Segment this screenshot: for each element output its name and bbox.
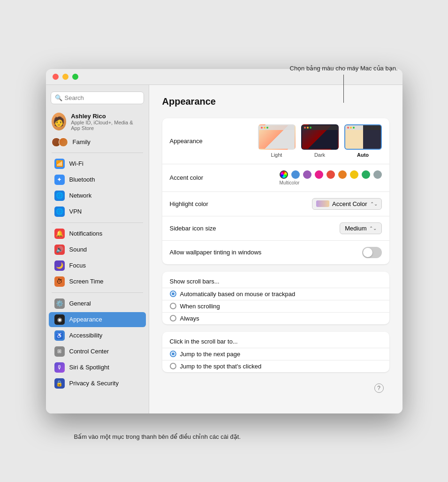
sidebar-item-network[interactable]: 🌐 Network	[49, 188, 146, 203]
appearance-thumbnails: Light	[258, 124, 382, 158]
sidebar-item-focus[interactable]: 🌙 Focus	[49, 258, 146, 273]
sidebar-item-sound[interactable]: 🔊 Sound	[49, 242, 146, 257]
scroll-scrolling-radio[interactable]	[170, 303, 176, 309]
callout-top: Chọn bảng màu cho máy Mac của bạn.	[290, 64, 398, 103]
sidebar-icon-size-select[interactable]: Medium ⌃⌄	[340, 222, 381, 234]
sidebar-item-family[interactable]: Family	[46, 135, 149, 150]
sidebar-icon-size-row: Sidebar icon size Medium ⌃⌄	[162, 216, 389, 241]
close-button[interactable]	[53, 74, 59, 80]
user-name: Ashley Rico	[71, 113, 143, 120]
accent-purple[interactable]	[303, 170, 311, 179]
sidebar-item-label: Screen Time	[69, 278, 104, 285]
minimize-button[interactable]	[62, 74, 68, 80]
sidebar-item-screentime[interactable]: ⏱ Screen Time	[49, 274, 146, 289]
appearance-section: Appearance	[162, 118, 389, 264]
sidebar-item-privacy[interactable]: 🔒 Privacy & Security	[49, 376, 146, 391]
network-icon: 🌐	[54, 191, 65, 201]
sidebar-item-vpn[interactable]: 🌐 VPN	[49, 204, 146, 219]
wallpaper-tinting-toggle[interactable]	[362, 247, 382, 258]
vpn-icon: 🌐	[54, 207, 65, 217]
scroll-auto-label: Automatically based on mouse or trackpad	[180, 291, 296, 298]
appearance-thumb-auto[interactable]: Auto	[344, 124, 382, 158]
dot-red	[261, 127, 263, 129]
sidebar-item-appearance[interactable]: ◉ Appearance	[49, 312, 146, 327]
scroll-scrolling-row: When scrolling	[162, 300, 389, 313]
accent-multicolor[interactable]	[280, 170, 288, 179]
wifi-icon: 📶	[54, 159, 65, 169]
accent-red[interactable]	[327, 170, 335, 179]
scroll-auto-radio[interactable]	[170, 291, 176, 297]
highlight-swatch	[316, 200, 329, 207]
sidebar-item-general[interactable]: ⚙️ General	[49, 296, 146, 311]
chevron-down-icon: ⌃⌄	[370, 201, 378, 207]
appearance-thumb-dark[interactable]: Dark	[301, 124, 339, 158]
dark-thumbnail	[301, 124, 339, 150]
scroll-always-label: Always	[180, 315, 199, 322]
sidebar-item-label: Siri & Spotlight	[69, 364, 109, 371]
chevron-updown-icon: ⌃⌄	[369, 226, 377, 231]
light-label: Light	[271, 152, 282, 158]
sidebar-icon-size-control: Medium ⌃⌄	[254, 222, 382, 234]
accent-green[interactable]	[362, 170, 370, 179]
search-box[interactable]: 🔍	[51, 92, 144, 104]
click-scroll-title: Click in the scroll bar to...	[162, 332, 389, 348]
sidebar-item-label: Accessibility	[69, 332, 103, 339]
sidebar-item-label: VPN	[69, 208, 82, 215]
sidebar-item-label: General	[69, 300, 91, 307]
user-profile-row[interactable]: 🧑 Ashley Rico Apple ID, iCloud+, Media &…	[46, 109, 149, 135]
main-content: Appearance Appearance	[149, 85, 402, 413]
highlight-color-label: Highlight color	[170, 200, 254, 207]
appearance-thumb-light[interactable]: Light	[258, 124, 296, 158]
search-input[interactable]	[65, 94, 144, 101]
accent-blue[interactable]	[291, 170, 300, 179]
sidebar-item-label: Control Center	[69, 348, 109, 355]
accent-graphite[interactable]	[373, 170, 382, 179]
accent-pink[interactable]	[315, 170, 323, 179]
click-nextpage-radio[interactable]	[170, 351, 176, 357]
highlight-color-dropdown[interactable]: Accent Color ⌃⌄	[312, 198, 381, 210]
sidebar-item-notifications[interactable]: 🔔 Notifications	[49, 226, 146, 241]
user-sub: Apple ID, iCloud+, Media & App Store	[71, 120, 143, 131]
help-button[interactable]: ?	[374, 383, 384, 393]
sidebar-item-bluetooth[interactable]: ✦ Bluetooth	[49, 172, 146, 187]
settings-window: 🔍 🧑 Ashley Rico Apple ID, iCloud+, Media…	[46, 69, 402, 413]
sidebar-item-label: Appearance	[69, 316, 102, 323]
siri-icon: 🎙	[54, 362, 65, 373]
scroll-always-radio[interactable]	[170, 315, 176, 321]
accent-yellow[interactable]	[350, 170, 358, 179]
fullscreen-button[interactable]	[72, 74, 78, 80]
light-bar	[259, 125, 295, 130]
light-thumbnail	[258, 124, 296, 150]
click-spot-row: Jump to the spot that's clicked	[162, 360, 389, 372]
accent-colors	[280, 170, 382, 179]
controlcenter-icon: ⊞	[54, 346, 65, 357]
accent-orange[interactable]	[338, 170, 347, 179]
multicolor-label: Multicolor	[280, 180, 300, 185]
highlight-color-row: Highlight color Accent Color ⌃⌄	[162, 192, 389, 216]
dark-label: Dark	[314, 152, 325, 158]
dot-yellow	[307, 127, 309, 129]
wallpaper-tinting-control	[261, 247, 381, 258]
dot-green	[353, 127, 355, 129]
click-scroll-section: Click in the scroll bar to... Jump to th…	[162, 332, 389, 372]
sidebar-item-wifi[interactable]: 📶 Wi-Fi	[49, 156, 146, 171]
scroll-auto-row: Automatically based on mouse or trackpad	[162, 288, 389, 300]
sidebar-divider-1	[52, 153, 143, 153]
auto-bar	[345, 125, 381, 130]
sidebar-item-siri[interactable]: 🎙 Siri & Spotlight	[49, 360, 146, 375]
appearance-options: Light	[254, 124, 382, 158]
callout-line	[343, 75, 344, 103]
wallpaper-tinting-row: Allow wallpaper tinting in windows	[162, 241, 389, 264]
accent-color-label: Accent color	[170, 174, 254, 181]
appearance-icon: ◉	[54, 314, 65, 325]
click-spot-radio[interactable]	[170, 363, 176, 369]
dark-bar	[302, 125, 338, 130]
sidebar-item-accessibility[interactable]: ♿ Accessibility	[49, 328, 146, 343]
dot-red	[304, 127, 306, 129]
privacy-icon: 🔒	[54, 378, 65, 389]
user-info: Ashley Rico Apple ID, iCloud+, Media & A…	[71, 113, 143, 131]
sound-icon: 🔊	[54, 245, 65, 255]
sidebar-item-controlcenter[interactable]: ⊞ Control Center	[49, 344, 146, 359]
auto-thumbnail	[344, 124, 382, 150]
accessibility-icon: ♿	[54, 330, 65, 341]
